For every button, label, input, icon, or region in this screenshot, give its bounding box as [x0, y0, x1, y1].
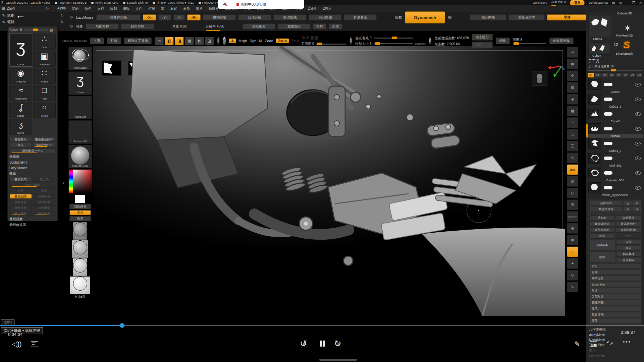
subtool-action-button[interactable]: 合并 [589, 270, 641, 275]
strip-icon[interactable]: ⊙ [567, 270, 578, 281]
strip-icon[interactable]: ⌂ [567, 129, 578, 140]
subtool-row[interactable]: Cube3 [588, 109, 643, 123]
paint-mode-button[interactable]: A [229, 39, 236, 43]
menu-item[interactable]: 笔刷 [69, 6, 82, 11]
view-mode-button[interactable]: ◪ [205, 37, 214, 45]
dynamic-subdiv-button[interactable]: 动态细分 [472, 34, 493, 41]
stroke-type-tile[interactable]: ∴ Dots [33, 34, 56, 50]
material-slot[interactable]: Frame64 [73, 222, 87, 240]
shelf-button[interactable]: 细分网格 [470, 14, 506, 20]
edit-pencil-icon[interactable]: ✎ [574, 340, 580, 348]
refresh-icon[interactable]: ↻ [61, 20, 64, 24]
eye-icon[interactable] [635, 83, 641, 86]
subtool-tab[interactable]: V7 [629, 72, 636, 78]
shelf-button[interactable]: 局部对称 [86, 23, 119, 29]
pause-button[interactable] [320, 341, 325, 347]
material-slot[interactable]: Chalk [73, 258, 87, 276]
subtool-row[interactable]: PM3D_Cylinder3D1 [588, 182, 643, 197]
skip-back-button[interactable]: ↺10 [300, 339, 310, 349]
subtool-visibility-pill[interactable] [604, 112, 612, 116]
home-button[interactable]: 主页 [90, 38, 104, 44]
strip-icon[interactable]: ✛ [567, 70, 578, 81]
menu-item[interactable]: 文件 [132, 6, 145, 11]
seek-knob[interactable] [120, 323, 124, 328]
material-slot[interactable]: MatCap Gray [72, 240, 88, 258]
stroke-panel-button[interactable]: 最大弯曲 [9, 211, 32, 216]
subtool-action-button[interactable]: 提取 [589, 306, 641, 311]
subtool-action-button[interactable]: 重建网格 [589, 300, 641, 305]
current-tool-tile[interactable] [588, 15, 611, 37]
stroke-panel-button[interactable]: Lazy Mouse [9, 166, 55, 170]
shelf-button[interactable]: 扩展查看 [344, 14, 377, 20]
shelf-button[interactable]: Dynamesh [405, 11, 445, 23]
subtool-up-button[interactable]: ▲ [624, 201, 632, 206]
stroke-panel-button[interactable]: 重塑最后 [9, 137, 32, 142]
exit-fullscreen-icon[interactable]: ↙↗ [606, 339, 613, 346]
duplicate-button[interactable]: 创建副本 [589, 240, 615, 251]
pip-icon[interactable] [590, 341, 597, 347]
subtool-down-button[interactable]: ▼ [633, 201, 641, 206]
stroke-panel-button[interactable]: 捕捉距离 [33, 211, 55, 216]
stroke-panel-button[interactable]: 曲线编辑 [9, 194, 32, 199]
stroke-type-tile[interactable]: ≈ FreeHand [9, 85, 32, 101]
close-button[interactable]: ✕ [639, 1, 642, 5]
all-target-button[interactable]: 全部到目标 [616, 228, 641, 233]
strip-icon[interactable]: ∿ [567, 282, 578, 292]
stroke-panel-button[interactable]: 曲线捕捉 [33, 205, 55, 210]
stroke-type-tile[interactable]: ▣ DragRect [33, 51, 56, 67]
draft-button[interactable]: 打稿 [107, 38, 121, 44]
strip-icon[interactable]: ✦ [567, 258, 578, 269]
all-start-button[interactable]: 全部到起始 [589, 228, 615, 233]
strip-icon[interactable]: ◈ [567, 94, 578, 105]
paint-mode-button[interactable]: Zsub [276, 39, 289, 43]
palette-section[interactable]: 变形 [588, 347, 643, 353]
palette-section[interactable]: FiberMesh [588, 353, 643, 358]
subtool-visible-slider[interactable] [588, 70, 642, 71]
stroke-type-tile[interactable]: ∷ Spray [33, 68, 56, 84]
subtool-row[interactable]: Cube4 [588, 123, 643, 138]
material-slot[interactable]: MatCap White01 [70, 277, 90, 294]
subtool-visibility-pill[interactable] [604, 171, 612, 175]
paint-mode-button[interactable]: Zcut [291, 39, 299, 43]
curve-falloff-slider[interactable] [24, 29, 48, 31]
menu-item[interactable]: 颜色 [82, 6, 94, 11]
volume-icon[interactable]: ◁)) [12, 340, 22, 348]
subtool-action-button[interactable]: Bevel Pro [589, 282, 641, 287]
subtool-row[interactable]: Cube2_1 [588, 94, 643, 109]
shelf-button[interactable]: 自动分组 [238, 14, 271, 20]
view-mode-button[interactable]: ◧ [165, 37, 174, 45]
minimize-button[interactable]: – [626, 1, 628, 5]
picker-icon[interactable]: ◐ [217, 37, 220, 45]
eye-icon[interactable] [635, 112, 641, 116]
view-mode-button[interactable]: ◨ [175, 37, 184, 45]
shelf-button[interactable]: 平滑 [547, 14, 587, 20]
subtool-visibility-pill[interactable] [604, 157, 612, 160]
material-tile[interactable]: MatCap Gray [68, 145, 92, 168]
del-lower-button[interactable]: 最低级细分 [589, 222, 615, 227]
stroke-panel-button[interactable]: 重做最后操作 [33, 137, 55, 142]
stroke-panel-button[interactable]: 调整最后一个 1 [9, 148, 55, 153]
stroke-type-tile[interactable]: ʆ Lasso [9, 102, 32, 118]
subtool-visibility-pill[interactable] [604, 142, 612, 145]
subtool-tab[interactable]: V1 [588, 72, 594, 78]
menu-item[interactable]: 标记 [167, 6, 180, 11]
stroke-panel-button[interactable]: 锁定 [33, 188, 55, 193]
list-all-button[interactable]: 全部列出 [589, 201, 623, 206]
move-up-icon[interactable]: ↶ [624, 207, 632, 212]
color-button[interactable]: 切换颜色 [69, 204, 91, 209]
shelf-button[interactable]: >/< [173, 14, 185, 20]
tool-name[interactable]: Cylinder3D [617, 12, 632, 15]
delete-other-button[interactable]: 删除其他 [616, 252, 641, 257]
draw-size-icon[interactable]: D [429, 37, 432, 45]
more-options-icon[interactable] [623, 341, 630, 343]
shelf-button[interactable]: 垂直分辨率 [508, 14, 545, 20]
subtool-visibility-pill[interactable] [604, 186, 612, 189]
stroke-panel-button[interactable]: 插入 [9, 143, 32, 147]
strip-icon[interactable]: ✎ [567, 153, 578, 163]
subtool-visibility-pill[interactable] [604, 98, 612, 101]
bottom-scrubber[interactable] [319, 359, 357, 361]
shelf-button[interactable]: 厚度 0.02 [172, 24, 187, 29]
annotation-icon[interactable] [31, 341, 38, 347]
stroke-panel-button[interactable]: 曲线修改器 [9, 223, 55, 227]
layout-icon[interactable]: ▤ [612, 1, 615, 5]
